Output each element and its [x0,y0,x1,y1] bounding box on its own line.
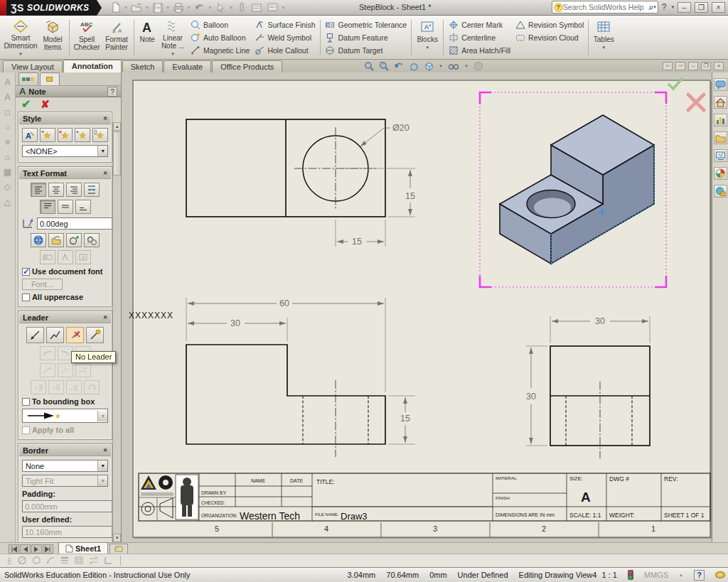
leader-text-left-button[interactable] [31,380,46,394]
placed-note-text[interactable]: XXXXXXX [129,311,173,320]
tab-view-layout[interactable]: View Layout [3,60,63,72]
dropdown-caret-icon[interactable]: ▼ [97,146,107,156]
unit-dropdown-icon[interactable]: ▲ [679,573,683,577]
view-settings-icon[interactable] [424,61,434,71]
note-button[interactable]: A Note [136,17,158,58]
leader-left-button[interactable] [40,346,55,360]
attachment-icon[interactable] [235,1,249,14]
line-color-icon[interactable] [31,556,41,566]
auto-balloon-button[interactable]: Auto Balloon [190,32,250,44]
apply-default-style-button[interactable]: A [22,128,38,142]
properties-icon[interactable] [266,1,280,14]
status-help-icon[interactable]: ? [694,570,705,581]
spell-checker-button[interactable]: ABC Spell Checker [72,17,102,58]
comments-icon[interactable] [714,78,727,91]
dim-top-width[interactable]: 15 [352,237,362,247]
leader-text-mid-button[interactable] [48,380,64,394]
print-icon[interactable] [171,1,186,14]
arrow-style-dropdown[interactable]: ★ ▼ [22,409,108,423]
dropdown-caret-icon[interactable]: ▼ [97,411,107,421]
scroll-thumb[interactable] [113,131,121,176]
dock-stacked-balloon-icon[interactable]: ≡ [5,138,10,146]
balloon-button[interactable]: Balloon [190,19,250,31]
dock-note-icon[interactable]: A [4,78,10,87]
dim-front-height[interactable]: 15 [400,414,410,424]
padding-field[interactable] [22,500,122,512]
revision-cloud-button[interactable]: Revision Cloud [515,32,584,44]
dock-datum-icon[interactable]: △ [4,198,11,206]
dropdown-caret-icon[interactable]: ▼ [97,460,107,471]
dock-copy-icon[interactable]: □ [5,108,10,117]
new-document-icon[interactable] [109,1,123,14]
leader-style-1-button[interactable]: x [40,363,55,377]
hole-callout-button[interactable]: Hole Callout [254,45,315,57]
leader-button[interactable] [26,327,44,343]
display-style-icon[interactable] [448,62,459,70]
centerline-button[interactable]: Centerline [448,32,510,44]
previous-view-icon[interactable] [394,61,404,71]
align-left-button[interactable] [31,183,46,197]
add-symbol-button[interactable] [66,233,82,247]
first-sheet-icon[interactable] [9,544,19,554]
help-icon[interactable]: ? [662,2,667,12]
no-leader-button[interactable] [66,327,84,343]
leader-section-header[interactable]: Leader« [19,312,111,323]
justify-button[interactable] [84,183,100,197]
datum-target-button[interactable]: Datum Target [325,45,407,57]
tab-sketch[interactable]: Sketch [122,60,164,72]
file-explorer-icon[interactable] [714,131,727,144]
zoom-to-area-icon[interactable] [379,61,389,71]
style-section-header[interactable]: Style« [19,113,111,124]
text-format-section-header[interactable]: Text Format« [19,168,111,179]
add-sheet-tab[interactable] [109,544,128,554]
last-sheet-icon[interactable] [43,544,53,554]
dock-balloon-icon[interactable]: ○ [5,123,10,131]
graphics-area[interactable]: Ø20 15 15 60 [122,72,712,542]
align-right-button[interactable] [66,183,82,197]
leader-text-right-button[interactable] [66,380,82,394]
border-section-header[interactable]: Border« [19,445,111,456]
resources-home-icon[interactable] [714,96,727,109]
dim-front-step[interactable]: 30 [230,318,240,328]
design-library-icon[interactable] [714,114,727,126]
show-edges-icon[interactable] [88,556,99,566]
appearances-icon[interactable] [714,167,727,180]
minimize-button[interactable]: – [678,2,691,13]
weld-symbol-button[interactable]: Weld Symbol [254,32,315,44]
dock-lock-icon[interactable]: ⌂ [5,153,10,161]
gtol-insert-button[interactable] [40,250,55,264]
dock-weld-icon[interactable]: ◇ [4,183,11,191]
save-icon[interactable] [151,1,165,14]
geometric-tolerance-button[interactable]: Geometric Tolerance [325,19,407,31]
panel-scrollbar[interactable]: ▲ ▼ [112,122,121,542]
dim-top-height[interactable]: 15 [405,191,415,201]
area-hatch-button[interactable]: Area Hatch/Fill [448,45,510,57]
line-thickness-icon[interactable] [46,556,55,566]
link-to-property-button[interactable] [48,233,64,247]
line-style-icon[interactable] [60,556,70,566]
align-bottom-button[interactable] [75,200,91,214]
color-display-mode-icon[interactable] [103,556,113,566]
leader-style-2-button[interactable]: x [58,363,73,377]
save-style-button[interactable]: ★▪ [75,128,90,142]
dim-side-height[interactable]: 30 [526,392,536,402]
sheet1-tab[interactable]: Sheet1 [58,542,108,554]
load-style-button[interactable]: ★▯ [92,128,108,142]
close-button[interactable]: × [712,2,725,13]
revision-symbol-button[interactable]: Revision Symbol [515,19,584,31]
quick-tips-icon[interactable] [715,571,725,578]
doc-tile-icon[interactable]: ▫▫ [675,62,685,70]
tables-button[interactable]: Tables ▼ [591,17,616,58]
restore-button[interactable]: ❐ [695,2,708,13]
property-manager-tab[interactable] [40,72,60,85]
dock-hatch-icon[interactable]: ▦ [4,168,11,176]
ok-check-button[interactable]: ✔ [21,97,31,111]
use-document-font-checkbox[interactable] [22,268,30,276]
hide-show-items-icon[interactable] [473,61,483,71]
search-icon[interactable]: ⌕ [649,2,654,12]
layer-properties-icon[interactable] [17,556,27,566]
surface-finish-button[interactable]: Surface Finish [254,19,315,31]
doc-cascade-icon[interactable]: ▫▫ [663,62,673,70]
all-uppercase-checkbox[interactable] [22,293,30,301]
options-icon[interactable] [250,1,264,14]
